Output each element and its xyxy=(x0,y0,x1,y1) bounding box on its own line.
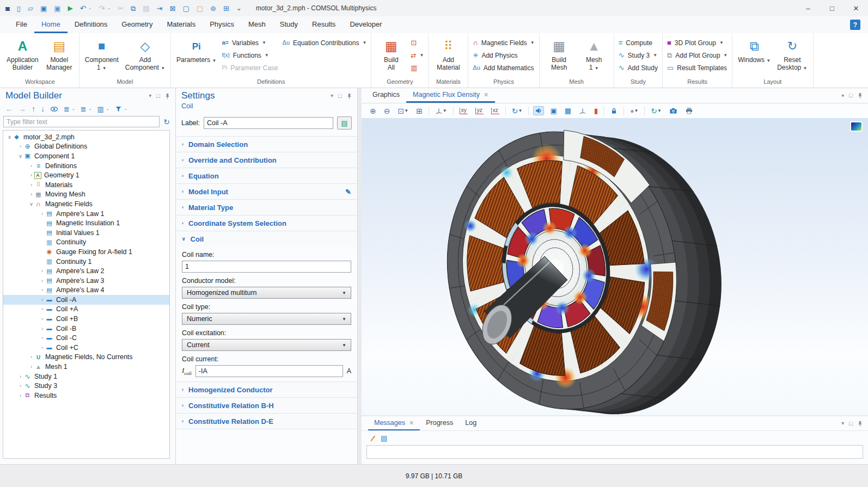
chevron-right-icon[interactable]: › xyxy=(28,172,34,178)
tree-item-initial-values-1[interactable]: ▤Initial Values 1 xyxy=(3,228,169,238)
chevron-right-icon[interactable]: › xyxy=(17,144,23,149)
view-xz-button[interactable]: xz xyxy=(490,107,501,115)
chevron-right-icon[interactable]: › xyxy=(39,306,45,312)
coil-current-input[interactable] xyxy=(195,365,343,377)
add-plot-group-button[interactable]: ⧉Add Plot Group▼ xyxy=(665,50,729,60)
update-plot-button[interactable]: ↻▼ xyxy=(649,106,663,116)
chevron-right-icon[interactable]: › xyxy=(28,163,34,169)
chevron-down-icon[interactable]: ∨ xyxy=(7,134,13,140)
messages-tab-log[interactable]: Log xyxy=(459,416,482,430)
component-1-button[interactable]: ■Component1 ▼ xyxy=(82,35,121,76)
chevron-down-icon[interactable]: ⌄ xyxy=(89,6,92,10)
equation-contributions-button[interactable]: ΔuEquation Contributions▼ xyxy=(281,38,369,48)
chevron-down-icon[interactable]: ⌄ xyxy=(106,107,109,111)
tree-item-amp-re-s-law-3[interactable]: ›▤Ampère's Law 3 xyxy=(3,276,169,286)
menu-tab-geometry[interactable]: Geometry xyxy=(114,16,160,33)
add-component-button[interactable]: ◇AddComponent ▼ xyxy=(123,35,168,76)
messages-tab-messages[interactable]: Messages✕ xyxy=(368,416,420,430)
tree-item-geometry-1[interactable]: ›AGeometry 1 xyxy=(3,170,169,180)
tree-item-coil-c[interactable]: ›▬Coil +C xyxy=(3,343,169,353)
tree-item-gauge-fixing-for-a-field-1[interactable]: ◉Gauge Fixing for A-field 1 xyxy=(3,247,169,257)
result-templates-button[interactable]: ▭Result Templates xyxy=(665,63,729,73)
chevron-down-icon[interactable]: ⌄ xyxy=(124,107,127,111)
chevron-right-icon[interactable]: › xyxy=(28,182,34,188)
tree-item-coil-a[interactable]: ›▬Coil -A xyxy=(3,295,169,305)
tree-item-results[interactable]: ›⧉Results xyxy=(3,391,169,400)
parameters-button[interactable]: PiParameters ▼ xyxy=(174,35,219,76)
refresh-icon[interactable]: ↻ xyxy=(163,118,170,126)
scene-light-button[interactable]: ▣ xyxy=(548,106,558,115)
tree-item-coil-a[interactable]: ›▬Coil +A xyxy=(3,305,169,315)
rebuild-button[interactable]: ⇄▼ xyxy=(409,50,425,60)
menu-tab-materials[interactable]: Materials xyxy=(160,16,203,33)
menu-tab-physics[interactable]: Physics xyxy=(203,16,241,33)
pin-icon[interactable] xyxy=(165,93,170,99)
color-legend-button[interactable]: ▮ xyxy=(592,106,600,115)
rotate-button[interactable]: ↻▼ xyxy=(510,106,524,116)
coil-name-input[interactable] xyxy=(182,261,351,273)
grid-button[interactable]: ▦ xyxy=(563,106,573,115)
float-panel-icon[interactable]: □ xyxy=(849,421,853,427)
menu-tab-file[interactable]: File xyxy=(9,16,34,33)
label-field-input[interactable] xyxy=(204,117,333,129)
maximize-icon[interactable]: □ xyxy=(820,0,844,16)
tree-item-motor-3d-2-mph[interactable]: ∨◆motor_3d_2.mph xyxy=(3,132,169,142)
section-override-and-contribution[interactable]: ›Override and Contribution xyxy=(176,152,357,168)
view-yz-button[interactable]: yz xyxy=(474,107,485,115)
zoom-extents-button[interactable]: ⊞ xyxy=(414,106,424,116)
tree-item-magnetic-fields-no-currents[interactable]: ›∪Magnetic Fields, No Currents xyxy=(3,353,169,362)
brush-icon[interactable] xyxy=(368,435,376,442)
chevron-right-icon[interactable]: › xyxy=(39,278,45,283)
view-log-icon[interactable]: ⊞ xyxy=(223,5,229,12)
delete-icon[interactable]: ⊠ xyxy=(169,5,175,12)
message-table-icon[interactable]: ▤ xyxy=(381,435,387,442)
panel-menu-icon[interactable]: ▾ xyxy=(331,93,333,98)
tree-item-component-1[interactable]: ∨▣Component 1 xyxy=(3,151,169,161)
chevron-down-icon[interactable]: ⌄ xyxy=(89,107,92,111)
rename-icon[interactable]: ▤ xyxy=(337,116,352,130)
print-button[interactable] xyxy=(683,106,695,115)
chevron-down-icon[interactable]: ⌄ xyxy=(107,6,111,10)
close-icon[interactable]: ✕ xyxy=(844,0,868,16)
tree-item-materials[interactable]: ›⠿Materials xyxy=(3,180,169,190)
chevron-right-icon[interactable]: › xyxy=(39,335,45,341)
section-coordinate-system-selection[interactable]: ›Coordinate System Selection xyxy=(176,215,357,231)
coil-excitation-select[interactable]: Current ▼ xyxy=(182,339,351,351)
float-panel-icon[interactable]: □ xyxy=(156,93,160,99)
chevron-right-icon[interactable]: › xyxy=(39,345,45,350)
build-all-button[interactable]: ▦BuildAll xyxy=(374,35,408,76)
redo-icon[interactable]: ↷ xyxy=(99,4,105,12)
move-up-icon[interactable]: ↑ xyxy=(32,105,35,113)
menu-tab-mesh[interactable]: Mesh xyxy=(241,16,273,33)
section-model-input[interactable]: ›Model Input✎ xyxy=(176,183,357,199)
speaker-button[interactable] xyxy=(533,106,544,115)
tree-item-coil-b[interactable]: ›▬Coil +B xyxy=(3,314,169,324)
tree-item-amp-re-s-law-2[interactable]: ›▤Ampère's Law 2 xyxy=(3,266,169,276)
close-icon[interactable]: ✕ xyxy=(409,420,414,427)
view-xy-button[interactable]: xy xyxy=(458,107,469,115)
open-file-icon[interactable]: ▱ xyxy=(28,5,33,12)
3d-plot-group-button[interactable]: ■3D Plot Group▼ xyxy=(665,38,729,48)
tree-item-coil-b[interactable]: ›▬Coil -B xyxy=(3,324,169,334)
section-coil[interactable]: ∨ Coil xyxy=(176,231,357,246)
close-icon[interactable]: ✕ xyxy=(484,91,488,98)
chevron-right-icon[interactable]: › xyxy=(28,192,34,197)
section-constitutive-relation-d-e[interactable]: ›Constitutive Relation D-E xyxy=(176,413,357,429)
motor-3d-plot[interactable] xyxy=(362,118,868,415)
add-mathematics-button[interactable]: ΔuAdd Mathematics xyxy=(471,63,536,73)
chevron-right-icon[interactable]: › xyxy=(17,393,23,398)
chevron-down-icon[interactable]: ∨ xyxy=(28,201,34,207)
menu-tab-definitions[interactable]: Definitions xyxy=(68,16,115,33)
pin-icon[interactable] xyxy=(347,93,352,99)
paste-icon[interactable]: ▤ xyxy=(143,5,149,12)
tree-item-continuity-1[interactable]: ▥Continuity 1 xyxy=(3,257,169,267)
move-down-icon[interactable]: ↓ xyxy=(41,105,45,113)
tree-item-amp-re-s-law-4[interactable]: ›▤Ampère's Law 4 xyxy=(3,286,169,295)
tree-item-global-definitions[interactable]: ›⊕Global Definitions xyxy=(3,142,169,152)
chevron-right-icon[interactable]: › xyxy=(39,316,45,322)
add-physics-button[interactable]: ✳Add Physics xyxy=(471,50,536,60)
tree-columns-icon[interactable]: ▥ xyxy=(97,106,104,113)
chevron-right-icon[interactable]: › xyxy=(39,268,45,274)
chevron-right-icon[interactable]: › xyxy=(39,211,45,217)
zoom-out-button[interactable]: ⊖ xyxy=(382,106,392,116)
